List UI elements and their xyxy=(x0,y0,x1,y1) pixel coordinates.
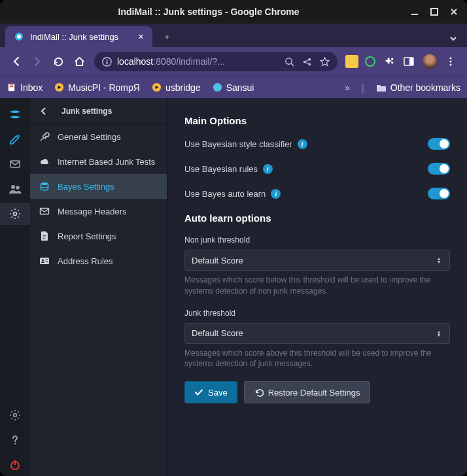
svg-rect-14 xyxy=(409,58,413,65)
rail-contacts-button[interactable] xyxy=(0,178,30,200)
junk-threshold-select[interactable]: Default Score ▲▼ xyxy=(184,323,450,344)
nav-reload-button[interactable] xyxy=(48,52,68,71)
settings-nav: Junk settings General Settings Internet … xyxy=(30,98,167,476)
save-button[interactable]: Save xyxy=(184,381,237,403)
app-rail xyxy=(0,98,30,476)
document-icon xyxy=(39,231,50,241)
nav-item-label: Message Headers xyxy=(58,207,127,216)
wrench-gear-icon xyxy=(39,131,50,142)
toggle-switch[interactable] xyxy=(428,138,450,150)
address-bar[interactable]: localhost:8080/indimail/?... xyxy=(94,52,337,71)
window-title: IndiMail :: Junk settings - Google Chrom… xyxy=(8,7,409,17)
button-label: Restore Default Settings xyxy=(268,388,360,398)
bookmark-item[interactable]: Sansui xyxy=(213,82,254,93)
select-caret-icon: ▲▼ xyxy=(435,257,443,264)
toggle-switch[interactable] xyxy=(428,163,450,175)
svg-point-23 xyxy=(11,185,15,189)
address-card-icon xyxy=(39,256,50,266)
nav-back-button[interactable] xyxy=(7,52,26,71)
tablist-chevron-icon[interactable] xyxy=(449,34,458,43)
nav-item-general[interactable]: General Settings xyxy=(30,124,167,149)
nonjunk-threshold-select[interactable]: Default Score ▲▼ xyxy=(184,250,450,271)
bookmark-item[interactable]: Inbox xyxy=(7,82,43,93)
svg-point-30 xyxy=(41,182,48,185)
window-close-button[interactable] xyxy=(449,7,459,17)
info-icon[interactable]: i xyxy=(271,189,281,199)
extension-icon[interactable] xyxy=(364,55,377,68)
info-icon[interactable]: i xyxy=(263,164,273,174)
svg-point-33 xyxy=(42,259,44,261)
share-icon[interactable] xyxy=(302,57,312,67)
select-caret-icon: ▲▼ xyxy=(435,330,443,337)
nav-home-button[interactable] xyxy=(69,52,89,71)
rail-theme-button[interactable] xyxy=(0,404,30,426)
site-info-icon[interactable] xyxy=(102,57,112,67)
nav-item-report[interactable]: Report Settings xyxy=(30,224,167,248)
browser-menu-button[interactable] xyxy=(441,52,460,71)
svg-point-3 xyxy=(17,35,21,39)
address-text: localhost:8080/indimail/?... xyxy=(117,56,279,67)
nav-item-headers[interactable]: Message Headers xyxy=(30,199,167,224)
svg-rect-31 xyxy=(41,209,49,214)
window-minimize-button[interactable] xyxy=(409,7,420,17)
extension-icon[interactable] xyxy=(345,55,358,68)
nav-item-internet-junk[interactable]: Internet Based Junk Tests xyxy=(30,149,167,174)
select-value: Default Score xyxy=(192,256,243,265)
field-label: Junk threshold xyxy=(184,309,450,318)
svg-point-12 xyxy=(366,57,375,66)
rail-logo-icon[interactable] xyxy=(0,103,30,126)
check-icon xyxy=(194,388,203,397)
rail-help-button[interactable] xyxy=(0,429,30,451)
svg-point-27 xyxy=(14,443,16,444)
rail-mail-button[interactable] xyxy=(0,153,30,175)
profile-avatar[interactable] xyxy=(423,54,437,69)
nav-item-address-rules[interactable]: Address Rules xyxy=(30,248,167,273)
undo-icon xyxy=(254,388,264,398)
toggle-row-bayesian-classifier: Use Bayesian style classifier i xyxy=(184,138,450,150)
svg-rect-5 xyxy=(107,61,108,64)
window-maximize-button[interactable] xyxy=(429,7,440,17)
info-icon[interactable]: i xyxy=(298,139,307,149)
bookmark-star-icon[interactable] xyxy=(320,57,330,67)
nav-item-label: Bayes Settings xyxy=(58,182,114,192)
toggle-row-bayes-autolearn: Use Bayes auto learn i xyxy=(184,188,450,199)
bookmark-label: usbridge xyxy=(165,82,201,93)
toggle-switch[interactable] xyxy=(428,188,450,199)
bookmark-item[interactable]: usbridge xyxy=(152,82,201,93)
new-tab-button[interactable]: + xyxy=(160,30,173,43)
tab-close-button[interactable]: × xyxy=(138,31,143,42)
bookmarks-overflow-button[interactable]: » xyxy=(345,82,350,93)
cloud-icon xyxy=(39,156,50,167)
settings-back-button[interactable] xyxy=(39,107,50,116)
field-label: Non junk threshold xyxy=(184,235,450,245)
rail-compose-button[interactable] xyxy=(0,128,30,150)
svg-point-16 xyxy=(450,61,452,63)
database-icon xyxy=(39,181,50,192)
restore-defaults-button[interactable]: Restore Default Settings xyxy=(244,381,370,403)
svg-point-21 xyxy=(213,83,222,92)
field-help-text: Messages which score above this threshol… xyxy=(184,348,450,370)
settings-nav-title: Junk settings xyxy=(61,107,112,116)
settings-nav-list: General Settings Internet Based Junk Tes… xyxy=(30,124,167,273)
other-bookmarks-folder[interactable]: Other bookmarks xyxy=(376,82,460,93)
rail-settings-button[interactable] xyxy=(0,203,30,225)
extensions-puzzle-icon[interactable] xyxy=(379,52,399,71)
svg-point-7 xyxy=(286,58,292,63)
svg-rect-1 xyxy=(431,8,438,15)
bookmark-item[interactable]: MusicPI - RompЯ xyxy=(54,82,140,93)
favicon-icon xyxy=(14,32,24,41)
zoom-icon[interactable] xyxy=(285,57,294,67)
svg-line-8 xyxy=(291,63,294,66)
bookmarks-bar: Inbox MusicPI - RompЯ usbridge Sansui » … xyxy=(0,76,467,98)
svg-point-26 xyxy=(14,414,17,417)
bookmark-favicon-icon xyxy=(7,82,16,92)
nav-forward-button[interactable] xyxy=(27,52,47,71)
browser-tab[interactable]: IndiMail :: Junk settings × xyxy=(5,26,152,47)
rail-logout-button[interactable] xyxy=(0,454,30,476)
side-panel-icon[interactable] xyxy=(399,52,419,71)
button-label: Save xyxy=(208,388,228,398)
toggle-label: Use Bayesian rules xyxy=(184,164,258,174)
bookmark-favicon-icon xyxy=(54,82,64,92)
nav-item-label: Report Settings xyxy=(58,231,116,241)
nav-item-bayes[interactable]: Bayes Settings xyxy=(30,174,167,199)
